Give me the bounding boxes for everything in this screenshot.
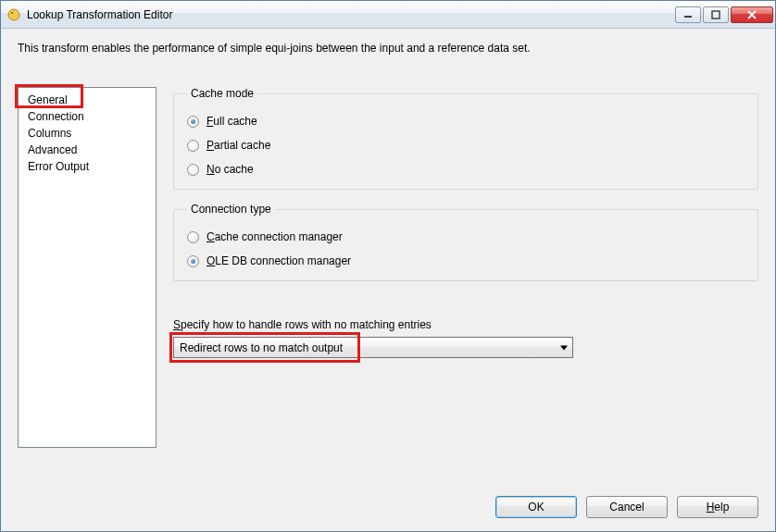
radio-no-cache[interactable]: No cache	[187, 157, 745, 181]
dropdown-selected-value: Redirect rows to no match output	[180, 341, 343, 354]
ok-button[interactable]: OK	[495, 496, 577, 518]
radio-oledb-connection-manager[interactable]: OLE DB connection manager	[187, 249, 745, 273]
maximize-button[interactable]	[703, 6, 729, 23]
dialog-body: General Connection Columns Advanced Erro…	[18, 87, 758, 477]
close-button[interactable]	[731, 6, 773, 23]
radio-input-partial-cache[interactable]	[187, 140, 199, 152]
radio-label: Full cache	[207, 115, 257, 128]
radio-label: Cache connection manager	[207, 230, 343, 243]
titlebar: Lookup Transformation Editor	[1, 1, 775, 29]
svg-point-0	[8, 9, 19, 20]
minimize-button[interactable]	[675, 6, 701, 23]
help-button[interactable]: Help	[677, 496, 758, 518]
radio-input-cache-conn[interactable]	[187, 231, 199, 243]
app-icon	[6, 7, 21, 22]
cache-mode-legend: Cache mode	[187, 87, 257, 100]
radio-partial-cache[interactable]: Partial cache	[187, 133, 745, 157]
dialog-content: This transform enables the performance o…	[1, 29, 775, 487]
sidebar-item-advanced[interactable]: Advanced	[19, 142, 156, 158]
sidebar-item-error-output[interactable]: Error Output	[19, 158, 156, 175]
chevron-down-icon	[560, 345, 568, 350]
no-match-label: Specify how to handle rows with no match…	[173, 318, 758, 331]
dialog-footer: OK Cancel Help	[1, 487, 775, 531]
sidebar-item-connection[interactable]: Connection	[19, 108, 156, 125]
sidebar-item-general[interactable]: General	[19, 92, 156, 108]
svg-point-1	[11, 12, 13, 14]
svg-rect-2	[684, 16, 692, 18]
radio-input-oledb-conn[interactable]	[187, 255, 199, 267]
nav-sidebar: General Connection Columns Advanced Erro…	[18, 87, 156, 448]
sidebar-item-label: Error Output	[28, 160, 89, 173]
no-match-dropdown[interactable]: Redirect rows to no match output	[173, 337, 573, 358]
cancel-button[interactable]: Cancel	[586, 496, 668, 518]
dialog-window: Lookup Transformation Editor This transf…	[0, 0, 776, 532]
window-title: Lookup Transformation Editor	[27, 8, 675, 21]
radio-label: No cache	[207, 163, 254, 176]
radio-label: OLE DB connection manager	[207, 254, 351, 267]
main-panel: Cache mode Full cache Partial cache No c…	[173, 87, 758, 448]
dialog-description: This transform enables the performance o…	[18, 42, 758, 55]
sidebar-item-label: Columns	[28, 127, 71, 140]
radio-input-full-cache[interactable]	[187, 116, 199, 128]
radio-cache-connection-manager[interactable]: Cache connection manager	[187, 225, 745, 249]
sidebar-item-label: Connection	[28, 110, 84, 123]
window-control-group	[675, 6, 773, 23]
sidebar-item-label: General	[28, 93, 68, 106]
connection-type-group: Connection type Cache connection manager…	[173, 203, 758, 281]
radio-full-cache[interactable]: Full cache	[187, 109, 745, 133]
sidebar-item-columns[interactable]: Columns	[19, 125, 156, 142]
radio-label: Partial cache	[207, 139, 270, 152]
sidebar-item-label: Advanced	[28, 143, 77, 156]
cache-mode-group: Cache mode Full cache Partial cache No c…	[173, 87, 758, 190]
radio-input-no-cache[interactable]	[187, 164, 199, 176]
connection-type-legend: Connection type	[187, 203, 275, 216]
svg-rect-3	[712, 11, 720, 19]
